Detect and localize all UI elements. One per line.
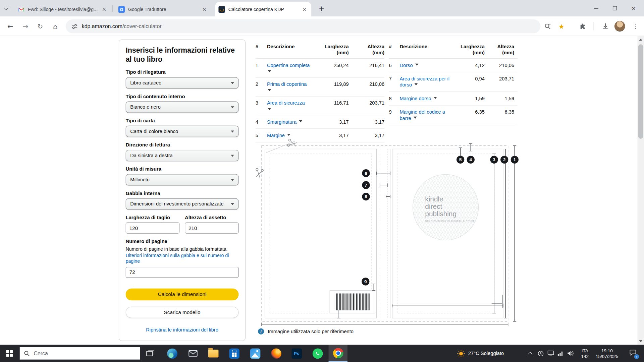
detail-link[interactable]: Smarginatura <box>267 119 297 125</box>
table-row: 7 Area di sicurezza per il dorso 0,94 20… <box>389 72 518 92</box>
info-icon: i <box>258 328 264 335</box>
row-number: 9 <box>389 109 400 122</box>
file-explorer-icon <box>208 350 218 357</box>
taskbar-app-photoshop[interactable]: Ps <box>287 345 306 362</box>
lens-search-button[interactable] <box>541 19 554 34</box>
paper-type-select[interactable]: Carta di colore bianco <box>126 126 239 137</box>
chevron-down-icon[interactable] <box>287 134 290 137</box>
detail-link[interactable]: Prima di copertina <box>267 81 307 87</box>
download-template-button[interactable]: Scarica modello <box>126 306 239 318</box>
taskbar-app-mail[interactable] <box>183 345 202 362</box>
chevron-down-icon[interactable] <box>268 89 271 93</box>
page-scrollbar[interactable] <box>637 36 644 345</box>
taskbar-app-chrome[interactable] <box>329 345 347 362</box>
trim-height-input[interactable] <box>185 223 238 234</box>
trim-width-input[interactable] <box>126 223 179 234</box>
taskbar-weather[interactable]: 27°C Soleggiato <box>457 345 504 362</box>
reading-direction-select[interactable]: Da sinistra a destra <box>126 150 239 161</box>
tray-network-button[interactable] <box>556 345 565 362</box>
search-icon <box>24 350 30 356</box>
detail-link[interactable]: Copertina completa <box>267 62 310 68</box>
detail-link[interactable]: Dorso <box>399 62 413 68</box>
taskbar-app-whatsapp[interactable] <box>308 345 327 362</box>
chevron-down-icon[interactable] <box>434 97 437 101</box>
url-bar[interactable]: kdp.amazon.com/cover-calculator <box>66 19 541 34</box>
tab-search-chevron-icon[interactable] <box>4 5 8 10</box>
chevron-down-icon[interactable] <box>414 117 417 120</box>
extensions-button[interactable] <box>576 19 589 34</box>
scrollbar-thumb[interactable] <box>638 44 643 139</box>
tab-gmail[interactable]: Fwd: Silloge - tessitoresilvia@g... × <box>15 2 111 16</box>
edge-icon <box>167 348 177 359</box>
language-code: ITA <box>582 348 588 353</box>
taskbar-app-firefox[interactable] <box>267 345 285 362</box>
taskbar-clock[interactable]: 19:10 15/07/2025 <box>594 345 620 362</box>
chevron-down-icon[interactable] <box>415 64 419 67</box>
row-number: 6 <box>389 62 400 68</box>
calculate-button[interactable]: Calcola le dimensioni <box>126 288 239 300</box>
home-button[interactable]: ⌂ <box>48 19 62 34</box>
page-count-input[interactable] <box>126 266 239 278</box>
puzzle-icon <box>579 23 586 30</box>
reload-button[interactable]: ↻ <box>33 19 47 34</box>
chevron-down-icon <box>231 203 234 207</box>
window-close-button[interactable]: × <box>624 0 643 16</box>
window-maximize-button[interactable] <box>605 0 624 16</box>
window-minimize-button[interactable] <box>587 0 605 16</box>
detail-link[interactable]: Margine dorso <box>399 96 431 101</box>
chevron-down-icon <box>231 155 234 159</box>
scroll-down-button[interactable] <box>637 338 644 345</box>
forward-button[interactable]: → <box>18 19 33 34</box>
taskbar-search[interactable]: Cerca <box>20 347 140 360</box>
new-tab-button[interactable]: + <box>316 3 327 14</box>
tray-clock-button[interactable] <box>536 345 545 362</box>
detail-link[interactable]: Margine del codice a barre <box>399 109 445 121</box>
chevron-down-icon[interactable] <box>268 108 271 112</box>
tray-volume-button[interactable] <box>566 345 575 362</box>
detail-link[interactable]: Area di sicurezza <box>267 100 305 106</box>
reset-link[interactable]: Ripristina le informazioni del libro <box>126 327 239 333</box>
tab-kdp-calculator[interactable]: Calcolatore copertina KDP × <box>215 2 312 16</box>
tab-close-icon[interactable]: × <box>201 6 208 13</box>
scroll-up-button[interactable] <box>637 36 644 43</box>
downloads-button[interactable] <box>599 19 612 34</box>
tab-close-icon[interactable]: × <box>101 6 108 13</box>
bookmark-star-button[interactable]: ★ <box>555 19 568 34</box>
language-indicator[interactable]: ITA 142 <box>577 345 593 362</box>
svg-text:1: 1 <box>514 157 516 162</box>
start-button[interactable] <box>0 345 19 362</box>
clock-icon <box>537 350 543 356</box>
tab-title: Google Traduttore <box>128 7 201 12</box>
trim-size-select[interactable]: Dimensioni del rivestimento personalizza… <box>126 198 239 209</box>
action-center-button[interactable]: 1 <box>625 345 641 362</box>
tab-title: Calcolatore copertina KDP <box>228 7 301 12</box>
tray-expand-button[interactable] <box>526 345 535 362</box>
page-count-info-link[interactable]: Ulteriori informazioni sulla gabbia e su… <box>126 252 239 264</box>
tab-close-icon[interactable]: × <box>301 6 308 13</box>
header-height: Altezza(mm) <box>349 44 385 55</box>
browser-menu-button[interactable]: ⋮ <box>629 19 642 34</box>
tab-translate[interactable]: G Google Traduttore × <box>115 2 211 16</box>
detail-link[interactable]: Margine <box>267 133 285 138</box>
chevron-down-icon <box>231 130 234 134</box>
site-settings-icon[interactable] <box>71 23 77 29</box>
chevron-down-icon[interactable] <box>415 83 418 87</box>
svg-text:9: 9 <box>364 279 367 284</box>
chevron-down-icon[interactable] <box>268 70 271 74</box>
chevron-down-icon <box>231 179 234 183</box>
back-button[interactable]: ← <box>3 19 17 34</box>
tray-display-button[interactable] <box>546 345 555 362</box>
book-info-panel: Inserisci le informazioni relative al tu… <box>119 40 246 341</box>
taskbar-app-file-explorer[interactable] <box>204 345 222 362</box>
chevron-down-icon[interactable] <box>299 120 302 124</box>
taskbar-app-store[interactable] <box>225 345 244 362</box>
field-label: Unità di misura <box>126 166 239 172</box>
taskbar-app-photos[interactable] <box>246 345 264 362</box>
profile-button[interactable] <box>613 19 626 34</box>
detail-link[interactable]: Area di sicurezza per il dorso <box>399 76 449 88</box>
task-view-button[interactable] <box>141 345 160 362</box>
unit-select[interactable]: Millimetri <box>126 174 239 185</box>
interior-type-select[interactable]: Bianco e nero <box>126 101 239 113</box>
binding-type-select[interactable]: Libro cartaceo <box>126 77 239 88</box>
taskbar-app-edge[interactable] <box>163 345 181 362</box>
